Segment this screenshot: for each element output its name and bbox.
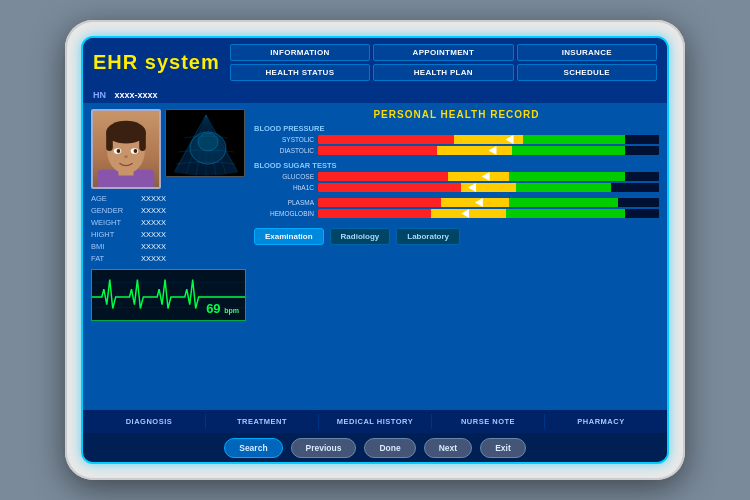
hemoglobin-bar — [318, 209, 659, 218]
bs-label: BLOOD SUGAR TESTS — [254, 161, 659, 170]
svg-point-13 — [198, 133, 218, 151]
section-title: PERSONAL HEALTH RECORD — [254, 109, 659, 120]
bpm-unit: bpm — [224, 307, 239, 314]
exit-button[interactable]: Exit — [480, 438, 526, 458]
bmi-value: XXXXX — [141, 242, 166, 251]
patient-info: AGEXXXXX GENDERXXXXX WEIGHTXXXXX HIGHTXX… — [91, 193, 246, 265]
left-panel: AGEXXXXX GENDERXXXXX WEIGHTXXXXX HIGHTXX… — [91, 109, 246, 403]
tab-information[interactable]: INFORMATION — [230, 44, 370, 61]
hn-value: xxxx-xxxx — [115, 90, 158, 100]
svg-point-8 — [117, 149, 121, 153]
svg-rect-4 — [106, 130, 113, 151]
header: EHR system INFORMATION APPOINTMENT INSUR… — [83, 38, 667, 87]
glucose-bar-row: GLUCOSE — [254, 172, 659, 181]
weight-value: XXXXX — [141, 218, 166, 227]
ultrasound-image — [165, 109, 245, 177]
blood-pressure-section: BLOOD PRESSURE SYSTOLIC DIASTOLIC — [254, 124, 659, 157]
glucose-bar — [318, 172, 659, 181]
right-panel: PERSONAL HEALTH RECORD BLOOD PRESSURE SY… — [254, 109, 659, 403]
examination-button[interactable]: Examination — [254, 228, 324, 245]
tab-appointment[interactable]: APPOINTMENT — [373, 44, 513, 61]
patient-photo — [91, 109, 161, 189]
plasma-bar-row: PLASMA — [254, 198, 659, 207]
footer-buttons: Search Previous Done Next Exit — [83, 433, 667, 462]
tab-insurance[interactable]: INSURANCE — [517, 44, 657, 61]
plasma-bar — [318, 198, 659, 207]
section-title-normal: PERSONAL — [373, 109, 440, 120]
tablet-shell: EHR system INFORMATION APPOINTMENT INSUR… — [65, 20, 685, 480]
weight-label: WEIGHT — [91, 217, 141, 229]
tab-schedule[interactable]: SCHEDULE — [517, 64, 657, 81]
gender-value: XXXXX — [141, 206, 166, 215]
patient-photo-face — [93, 111, 159, 187]
other-vitals-section: PLASMA HEMOGLOBIN — [254, 198, 659, 220]
hn-label: HN — [93, 90, 106, 100]
plasma-label: PLASMA — [254, 199, 314, 206]
svg-point-9 — [134, 149, 138, 153]
app-title: EHR system — [93, 51, 220, 74]
hba1c-bar-row: HbA1C — [254, 183, 659, 192]
hn-row: HN xxxx-xxxx — [83, 87, 667, 103]
laboratory-button[interactable]: Laboratory — [396, 228, 460, 245]
bottom-tabs: DIAGNOSIS TREATMENT MEDICAL HISTORY NURS… — [83, 409, 667, 433]
systolic-bar-row: SYSTOLIC — [254, 135, 659, 144]
systolic-bar — [318, 135, 659, 144]
tab-health-plan[interactable]: HEALTH PLAN — [373, 64, 513, 81]
age-label: AGE — [91, 193, 141, 205]
tab-pharmacy[interactable]: PHARMACY — [545, 414, 657, 429]
tab-health-status[interactable]: HEALTH STATUS — [230, 64, 370, 81]
ecg-monitor: 69 bpm — [91, 269, 246, 321]
blood-sugar-section: BLOOD SUGAR TESTS GLUCOSE HbA1C — [254, 161, 659, 194]
tab-nurse-note[interactable]: NURSE NOTE — [432, 414, 545, 429]
main-content: AGEXXXXX GENDERXXXXX WEIGHTXXXXX HIGHTXX… — [83, 103, 667, 409]
radiology-button[interactable]: Radiology — [330, 228, 391, 245]
hba1c-bar — [318, 183, 659, 192]
hemoglobin-label: HEMOGLOBIN — [254, 210, 314, 217]
hba1c-label: HbA1C — [254, 184, 314, 191]
ultrasound-svg — [166, 110, 245, 177]
diastolic-bar-row: DIASTOLIC — [254, 146, 659, 155]
patient-avatar-svg — [93, 111, 159, 189]
fat-label: FAT — [91, 253, 141, 265]
svg-rect-5 — [139, 130, 146, 151]
tab-treatment[interactable]: TREATMENT — [206, 414, 319, 429]
action-buttons: Examination Radiology Laboratory — [254, 228, 659, 245]
section-title-highlight: HEALTH RECORD — [441, 109, 540, 120]
height-label: HIGHT — [91, 229, 141, 241]
height-value: XXXXX — [141, 230, 166, 239]
fat-value: XXXXX — [141, 254, 166, 263]
bpm-display: 69 bpm — [206, 301, 239, 316]
diastolic-bar — [318, 146, 659, 155]
diastolic-label: DIASTOLIC — [254, 147, 314, 154]
gender-label: GENDER — [91, 205, 141, 217]
systolic-label: SYSTOLIC — [254, 136, 314, 143]
bmi-label: BMI — [91, 241, 141, 253]
tab-medical-history[interactable]: MEDICAL HISTORY — [319, 414, 432, 429]
age-value: XXXXX — [141, 194, 166, 203]
previous-button[interactable]: Previous — [291, 438, 357, 458]
next-button[interactable]: Next — [424, 438, 472, 458]
search-button[interactable]: Search — [224, 438, 282, 458]
bp-label: BLOOD PRESSURE — [254, 124, 659, 133]
tab-diagnosis[interactable]: DIAGNOSIS — [93, 414, 206, 429]
hemoglobin-bar-row: HEMOGLOBIN — [254, 209, 659, 218]
svg-point-10 — [124, 155, 128, 158]
nav-tabs: INFORMATION APPOINTMENT INSURANCE HEALTH… — [230, 44, 657, 81]
top-images — [91, 109, 246, 189]
ehr-screen: EHR system INFORMATION APPOINTMENT INSUR… — [81, 36, 669, 464]
done-button[interactable]: Done — [364, 438, 415, 458]
glucose-label: GLUCOSE — [254, 173, 314, 180]
bpm-value: 69 — [206, 301, 220, 316]
